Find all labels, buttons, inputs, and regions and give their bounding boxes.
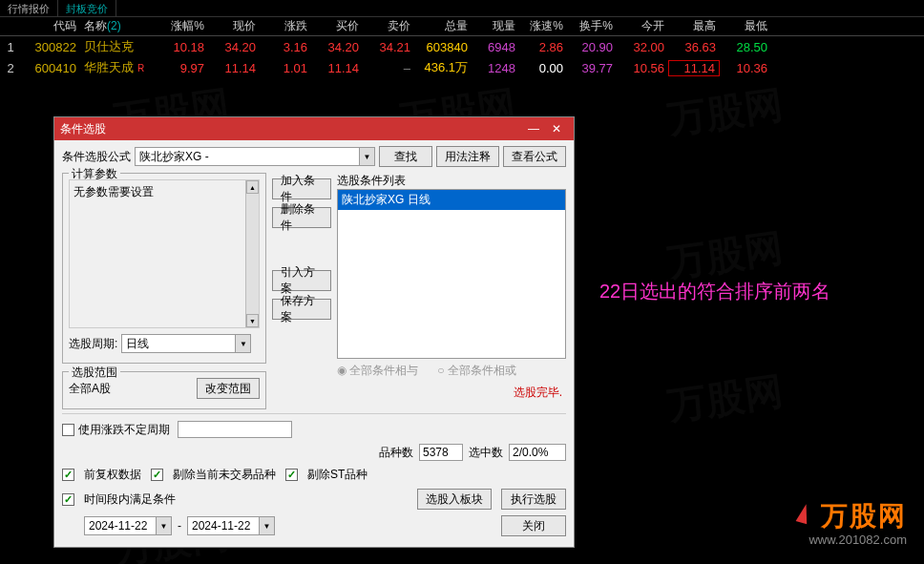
range-value: 全部A股 <box>69 381 193 397</box>
chk-fq[interactable] <box>62 469 74 481</box>
params-fieldset: 计算参数 无参数需要设置 ▲ ▼ 选股周期: 日线 ▼ <box>62 173 266 364</box>
cell-ask: – <box>363 61 414 75</box>
cell-now: 34.20 <box>208 40 260 54</box>
close-x-button[interactable]: ✕ <box>545 119 568 138</box>
th-ask[interactable]: 卖价 <box>363 18 414 34</box>
exec-button[interactable]: 执行选股 <box>501 489 566 510</box>
cell-now: 11.14 <box>208 61 260 75</box>
import-scheme-button[interactable]: 引入方案 <box>272 270 331 291</box>
date-from[interactable]: 2024-11-22 ▼ <box>84 516 172 535</box>
close-button[interactable]: 关闭 <box>501 515 566 536</box>
cell-open: 32.00 <box>617 40 668 54</box>
th-name-count: (2) <box>107 19 121 32</box>
list-item[interactable]: 陕北抄家XG 日线 <box>338 190 565 210</box>
th-turn[interactable]: 换手% <box>567 18 617 34</box>
to-block-button[interactable]: 选股入板块 <box>417 489 492 510</box>
cell-bid: 34.20 <box>311 40 363 54</box>
del-condition-button[interactable]: 删除条件 <box>272 207 331 228</box>
table-row[interactable]: 1300822贝仕达克10.1834.203.1634.2034.2160384… <box>0 36 924 57</box>
cell-high: 11.14 <box>668 60 720 76</box>
date-from-value: 2024-11-22 <box>89 519 147 533</box>
cell-vol: 603840 <box>414 40 472 54</box>
chk-timerange-label: 时间段内满足条件 <box>84 491 176 508</box>
date-sep: - <box>178 519 181 533</box>
cell-pct: 10.18 <box>149 40 208 54</box>
scroll-down-icon[interactable]: ▼ <box>246 314 259 327</box>
cell-chg: 3.16 <box>260 40 311 54</box>
th-high[interactable]: 最高 <box>668 18 720 34</box>
table-row[interactable]: 2600410华胜天成R9.9711.141.0111.14–436.1万124… <box>0 57 924 78</box>
formula-value: 陕北抄家XG - <box>139 149 209 165</box>
radio-and[interactable]: ◉ 全部条件相与 <box>337 363 418 379</box>
chevron-down-icon[interactable]: ▼ <box>235 335 250 352</box>
vary-input[interactable] <box>178 421 292 438</box>
cell-high: 36.63 <box>668 40 720 54</box>
viewfx-button[interactable]: 查看公式 <box>503 146 566 167</box>
cell-spd: 0.00 <box>519 61 567 75</box>
table-header: 代码 名称(2) 涨幅% 现价 涨跌 买价 卖价 总量 现量 涨速% 换手% 今… <box>0 17 924 36</box>
top-tabs: 行情报价 封板竞价 <box>0 0 924 17</box>
th-chg[interactable]: 涨跌 <box>260 18 311 34</box>
cell-idx: 2 <box>0 61 21 75</box>
dialog-titlebar[interactable]: 条件选股 — ✕ <box>54 117 574 140</box>
formula-combo[interactable]: 陕北抄家XG - ▼ <box>135 147 375 166</box>
change-range-button[interactable]: 改变范围 <box>197 378 260 399</box>
chk-exclude-st-label: 剔除ST品种 <box>307 467 368 483</box>
scroll-up-icon[interactable]: ▲ <box>246 180 259 194</box>
tab-limit[interactable]: 封板竞价 <box>58 0 116 16</box>
th-low[interactable]: 最低 <box>720 18 771 34</box>
status-text: 选股完毕. <box>337 383 566 403</box>
radio-or[interactable]: ○ 全部条件相或 <box>437 363 516 379</box>
chk-vary-period[interactable] <box>62 424 74 436</box>
params-scrollbar[interactable]: ▲ ▼ <box>245 180 259 327</box>
period-combo[interactable]: 日线 ▼ <box>121 334 251 353</box>
cell-name: 华胜天成R <box>80 59 149 76</box>
add-condition-button[interactable]: 加入条件 <box>272 178 331 199</box>
th-vol[interactable]: 总量 <box>414 18 472 34</box>
cell-ask: 34.21 <box>363 40 414 54</box>
th-spd[interactable]: 涨速% <box>519 18 567 34</box>
cell-chg: 1.01 <box>260 61 311 75</box>
th-name-text: 名称 <box>84 19 107 32</box>
formula-label: 条件选股公式 <box>62 149 131 165</box>
selected-label: 选中数 <box>469 445 503 461</box>
date-to-value: 2024-11-22 <box>192 519 250 533</box>
ghost-wm: 万股网 <box>665 365 786 432</box>
chk-exclude-nontrade[interactable] <box>151 469 163 481</box>
th-cvol[interactable]: 现量 <box>472 18 519 34</box>
brand-url: www.201082.com <box>788 533 907 547</box>
th-pct[interactable]: 涨幅% <box>149 18 208 34</box>
chevron-down-icon[interactable]: ▼ <box>359 148 374 165</box>
tab-quote[interactable]: 行情报价 <box>0 0 58 16</box>
condition-list[interactable]: 陕北抄家XG 日线 <box>337 189 566 359</box>
dialog-title: 条件选股 <box>60 121 106 137</box>
chevron-down-icon[interactable]: ▼ <box>156 517 171 534</box>
cell-low: 10.36 <box>720 61 771 75</box>
usage-button[interactable]: 用法注释 <box>436 146 499 167</box>
date-to[interactable]: 2024-11-22 ▼ <box>187 516 275 535</box>
chk-timerange[interactable] <box>62 493 74 506</box>
th-now[interactable]: 现价 <box>208 18 260 34</box>
radio-or-label: 全部条件相或 <box>448 364 516 377</box>
minimize-button[interactable]: — <box>522 119 545 138</box>
annotation-text: 22日选出的符合排序前两名 <box>599 279 830 304</box>
range-fieldset: 选股范围 全部A股 改变范围 <box>62 371 266 409</box>
th-code[interactable]: 代码 <box>21 18 80 34</box>
cell-turn: 20.90 <box>567 40 617 54</box>
chevron-down-icon[interactable]: ▼ <box>259 517 274 534</box>
ghost-wm: 万股网 <box>665 78 786 146</box>
cell-pct: 9.97 <box>149 61 208 75</box>
save-scheme-button[interactable]: 保存方案 <box>272 299 331 320</box>
cell-cvol: 6948 <box>472 40 519 54</box>
chk-vary-label: 使用涨跌不定周期 <box>78 422 170 438</box>
params-text: 无参数需要设置 <box>74 185 154 198</box>
th-open[interactable]: 今开 <box>617 18 668 34</box>
th-name[interactable]: 名称(2) <box>80 18 149 34</box>
th-bid[interactable]: 买价 <box>311 18 363 34</box>
chk-exclude-st[interactable] <box>285 469 298 481</box>
cell-spd: 2.86 <box>519 40 567 54</box>
list-legend: 选股条件列表 <box>337 174 406 187</box>
cell-code: 600410 <box>21 61 80 75</box>
params-box: 无参数需要设置 ▲ ▼ <box>69 179 260 328</box>
find-button[interactable]: 查找 <box>379 146 432 167</box>
